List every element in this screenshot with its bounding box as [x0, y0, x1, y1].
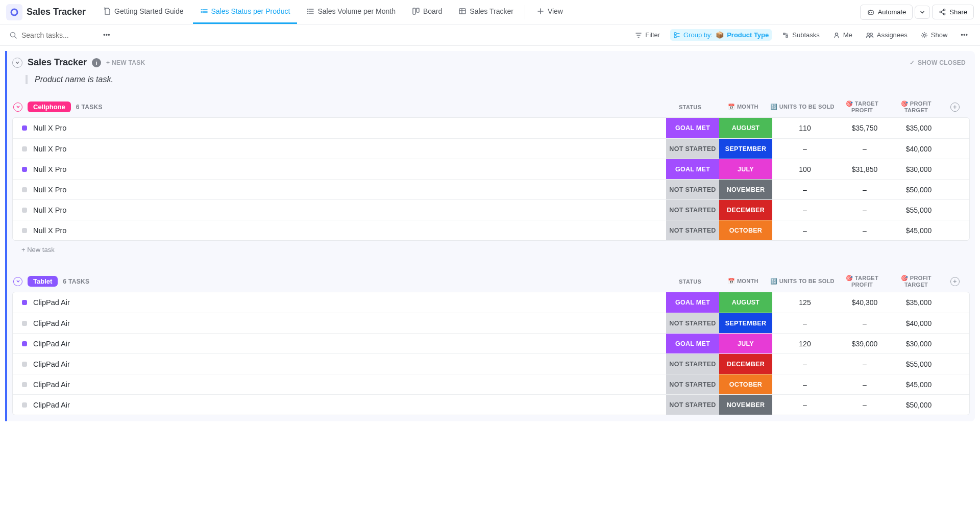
month-tag[interactable]: DECEMBER	[719, 354, 772, 374]
overflow-button[interactable]: •••	[958, 29, 971, 41]
tab-sales-status[interactable]: Sales Status per Product	[193, 1, 298, 24]
month-tag[interactable]: DECEMBER	[719, 200, 772, 220]
table-row[interactable]: ClipPad Air NOT STARTED DECEMBER – – $55…	[13, 353, 969, 374]
filter-button[interactable]: Filter	[632, 29, 663, 41]
target-profit-cell[interactable]: –	[838, 374, 892, 394]
tab-getting-started[interactable]: Getting Started Guide	[96, 1, 190, 24]
new-task-row[interactable]: + New task	[12, 241, 970, 259]
units-cell[interactable]: –	[772, 313, 838, 333]
target-profit-cell[interactable]: $31,850	[838, 159, 892, 179]
table-row[interactable]: ClipPad Air NOT STARTED NOVEMBER – – $50…	[13, 394, 969, 415]
profit-target-cell[interactable]: $40,000	[892, 313, 946, 333]
target-profit-cell[interactable]: –	[838, 313, 892, 333]
units-cell[interactable]: –	[772, 354, 838, 374]
profit-target-cell[interactable]: $30,000	[892, 159, 946, 179]
task-name-cell[interactable]: ClipPad Air	[13, 354, 666, 374]
status-tag[interactable]: GOAL MET	[666, 292, 719, 313]
col-target-profit[interactable]: 🎯 TARGET PROFIT	[835, 275, 889, 288]
units-cell[interactable]: –	[772, 200, 838, 220]
col-month[interactable]: 📅 MONTH	[717, 278, 770, 285]
col-profit-target[interactable]: 🎯 PROFIT TARGET	[889, 275, 943, 288]
table-row[interactable]: Null X Pro GOAL MET AUGUST 110 $35,750 $…	[13, 118, 969, 138]
units-cell[interactable]: –	[772, 139, 838, 159]
target-profit-cell[interactable]: $39,000	[838, 334, 892, 353]
task-name-cell[interactable]: ClipPad Air	[13, 374, 666, 394]
col-status[interactable]: STATUS	[664, 104, 717, 110]
tab-sales-volume[interactable]: Sales Volume per Month	[299, 1, 403, 24]
units-cell[interactable]: 110	[772, 118, 838, 138]
status-square-icon[interactable]	[22, 146, 27, 151]
status-square-icon[interactable]	[22, 341, 27, 346]
target-profit-cell[interactable]: –	[838, 180, 892, 199]
profit-target-cell[interactable]: $50,000	[892, 180, 946, 199]
task-name-cell[interactable]: ClipPad Air	[13, 313, 666, 333]
profit-target-cell[interactable]: $35,000	[892, 292, 946, 313]
table-row[interactable]: ClipPad Air NOT STARTED OCTOBER – – $45,…	[13, 374, 969, 394]
profit-target-cell[interactable]: $45,000	[892, 374, 946, 394]
status-square-icon[interactable]	[22, 228, 27, 233]
task-name-cell[interactable]: Null X Pro	[13, 180, 666, 199]
target-profit-cell[interactable]: –	[838, 139, 892, 159]
show-button[interactable]: Show	[918, 29, 951, 41]
assignees-button[interactable]: Assignees	[863, 29, 911, 41]
table-row[interactable]: ClipPad Air NOT STARTED SEPTEMBER – – $4…	[13, 313, 969, 333]
search-input[interactable]	[21, 31, 93, 39]
month-tag[interactable]: JULY	[719, 334, 772, 353]
month-tag[interactable]: NOVEMBER	[719, 180, 772, 199]
group-pill[interactable]: Cellphone	[28, 102, 71, 112]
group-collapse[interactable]	[13, 103, 22, 112]
month-tag[interactable]: OCTOBER	[719, 374, 772, 394]
col-status[interactable]: STATUS	[664, 278, 717, 285]
table-row[interactable]: ClipPad Air GOAL MET JULY 120 $39,000 $3…	[13, 333, 969, 353]
units-cell[interactable]: –	[772, 180, 838, 199]
share-button[interactable]: Share	[932, 5, 974, 19]
profit-target-cell[interactable]: $35,000	[892, 118, 946, 138]
status-tag[interactable]: NOT STARTED	[666, 354, 719, 374]
month-tag[interactable]: JULY	[719, 159, 772, 179]
status-tag[interactable]: GOAL MET	[666, 159, 719, 179]
col-add[interactable]: +	[943, 277, 967, 286]
show-closed-button[interactable]: ✓ SHOW CLOSED	[910, 59, 966, 66]
col-profit-target[interactable]: 🎯 PROFIT TARGET	[889, 100, 943, 113]
more-button[interactable]: •••	[100, 29, 113, 41]
units-cell[interactable]: –	[772, 220, 838, 240]
target-profit-cell[interactable]: $40,300	[838, 292, 892, 313]
target-profit-cell[interactable]: –	[838, 200, 892, 220]
month-tag[interactable]: OCTOBER	[719, 220, 772, 240]
task-name-cell[interactable]: ClipPad Air	[13, 292, 666, 313]
table-row[interactable]: ClipPad Air GOAL MET AUGUST 125 $40,300 …	[13, 292, 969, 313]
profit-target-cell[interactable]: $55,000	[892, 354, 946, 374]
table-row[interactable]: Null X Pro NOT STARTED NOVEMBER – – $50,…	[13, 179, 969, 199]
col-units[interactable]: 🔢 UNITS TO BE SOLD	[770, 278, 835, 285]
groupby-button[interactable]: Group by: 📦 Product Type	[670, 29, 772, 41]
task-name-cell[interactable]: Null X Pro	[13, 220, 666, 240]
task-name-cell[interactable]: Null X Pro	[13, 139, 666, 159]
status-tag[interactable]: NOT STARTED	[666, 220, 719, 240]
status-tag[interactable]: GOAL MET	[666, 334, 719, 353]
profit-target-cell[interactable]: $30,000	[892, 334, 946, 353]
task-name-cell[interactable]: ClipPad Air	[13, 334, 666, 353]
col-units[interactable]: 🔢 UNITS TO BE SOLD	[770, 104, 835, 110]
automate-button[interactable]: Automate	[860, 5, 913, 20]
month-tag[interactable]: SEPTEMBER	[719, 139, 772, 159]
table-row[interactable]: Null X Pro GOAL MET JULY 100 $31,850 $30…	[13, 159, 969, 179]
profit-target-cell[interactable]: $55,000	[892, 200, 946, 220]
profit-target-cell[interactable]: $45,000	[892, 220, 946, 240]
month-tag[interactable]: SEPTEMBER	[719, 313, 772, 333]
units-cell[interactable]: –	[772, 395, 838, 415]
new-task-button[interactable]: + NEW TASK	[106, 59, 145, 66]
status-square-icon[interactable]	[22, 362, 27, 367]
automate-dropdown[interactable]	[915, 6, 930, 19]
status-tag[interactable]: NOT STARTED	[666, 313, 719, 333]
status-tag[interactable]: NOT STARTED	[666, 139, 719, 159]
profit-target-cell[interactable]: $50,000	[892, 395, 946, 415]
info-icon[interactable]: i	[92, 58, 101, 67]
task-name-cell[interactable]: Null X Pro	[13, 159, 666, 179]
status-tag[interactable]: GOAL MET	[666, 118, 719, 138]
status-square-icon[interactable]	[22, 125, 27, 131]
target-profit-cell[interactable]: –	[838, 395, 892, 415]
task-name-cell[interactable]: ClipPad Air	[13, 395, 666, 415]
col-month[interactable]: 📅 MONTH	[717, 104, 770, 110]
target-profit-cell[interactable]: –	[838, 220, 892, 240]
col-target-profit[interactable]: 🎯 TARGET PROFIT	[835, 100, 889, 113]
